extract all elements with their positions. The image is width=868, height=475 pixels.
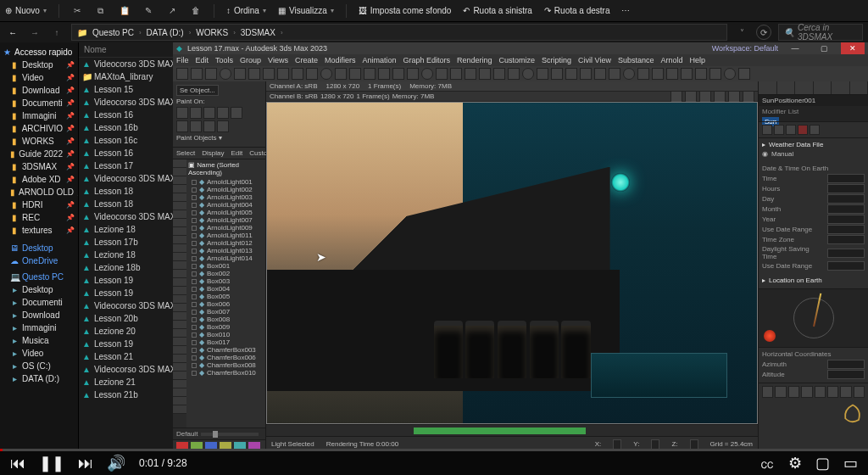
tree-icon[interactable] (173, 219, 186, 227)
scene-node[interactable]: ◆ArnoldLight002 (188, 186, 264, 193)
qa-item[interactable]: ▸DATA (D:) (0, 372, 78, 385)
qa-item[interactable]: ▮REC📌 (0, 211, 78, 224)
file-row[interactable]: ▲Videocorso 3DS MAX - 20 - ... (79, 363, 173, 376)
tree-icon[interactable] (173, 304, 186, 312)
qa-header[interactable]: ★Accesso rapido (0, 46, 78, 59)
toolbar-button[interactable] (320, 68, 332, 80)
toolbar-button[interactable] (594, 68, 606, 80)
window-max[interactable]: ▢ (812, 42, 836, 54)
scene-node[interactable]: ◆Box003 (188, 277, 264, 285)
toolbar-button[interactable] (465, 68, 476, 80)
menu-item[interactable]: Create (295, 56, 318, 64)
toolbar-button[interactable] (681, 68, 693, 80)
ribbon-rotate-left[interactable]: ↶ Ruota a sinistra (463, 6, 531, 15)
sun-compass[interactable] (759, 288, 868, 348)
scene-node[interactable]: ◆Box010 (188, 331, 264, 338)
file-row[interactable]: ▲Lezione 18b (79, 261, 173, 274)
file-row[interactable]: ▲Lesson 18 (79, 185, 173, 198)
render-viewport[interactable]: ➤ (266, 102, 758, 424)
qa-item[interactable]: ▮3DSMAX📌 (0, 160, 78, 173)
scene-node[interactable]: ◆ArnoldLight012 (188, 239, 264, 247)
tree-icon[interactable] (173, 346, 186, 355)
qa-item[interactable]: ▸Download (0, 309, 78, 321)
qa-item[interactable]: ▮Video📌 (0, 71, 78, 84)
toolbar-button[interactable] (537, 68, 548, 80)
nav-up[interactable]: ↑ (49, 25, 64, 40)
tree-icon[interactable] (173, 372, 186, 380)
tree-icon[interactable] (173, 380, 186, 388)
toolbar-button[interactable] (364, 68, 376, 80)
volume-button[interactable]: 🔊 (107, 454, 125, 472)
toolbar-button[interactable] (436, 68, 448, 80)
cut-icon[interactable]: ✂ (71, 5, 83, 17)
tree-icon[interactable] (173, 329, 186, 338)
toolbar-button[interactable] (205, 68, 217, 80)
param-field[interactable]: Daylight Saving Time (762, 245, 865, 260)
qa-item[interactable]: ▮Immagini📌 (0, 109, 78, 122)
menu-item[interactable]: Group (240, 56, 261, 64)
qa-item[interactable]: ▮Documenti📌 (0, 97, 78, 109)
tree-icon[interactable] (173, 270, 186, 278)
modifier-list[interactable]: Modifier List Sun (759, 106, 868, 121)
menu-item[interactable]: Tools (215, 56, 233, 64)
param-field[interactable]: Use Date Range (762, 225, 865, 234)
tree-icon[interactable] (173, 338, 186, 346)
viewport-nav-buttons[interactable] (759, 383, 868, 400)
ribbon-view[interactable]: ▦ Visualizza ▾ (278, 6, 334, 15)
menu-item[interactable]: Modifiers (325, 56, 356, 64)
scene-node[interactable]: ◆Box008 (188, 316, 264, 323)
tree-icon[interactable] (173, 185, 186, 193)
tree-icon[interactable] (173, 312, 186, 321)
scene-node[interactable]: ◆ChamferBox008 (188, 361, 264, 369)
toolbar-button[interactable] (234, 68, 246, 80)
toolbar-button[interactable] (263, 68, 275, 80)
file-row[interactable]: ▲Lezione 20 (79, 325, 173, 338)
ribbon-more[interactable]: ⋯ (621, 6, 630, 15)
tree-icon[interactable] (173, 321, 186, 329)
column-header-name[interactable]: Nome (79, 42, 173, 58)
delete-icon[interactable]: 🗑 (190, 5, 202, 17)
tree-icon[interactable] (173, 253, 186, 261)
toolbar-button[interactable] (695, 68, 707, 80)
toolbar-button[interactable] (248, 68, 260, 80)
menu-item[interactable]: Help (689, 56, 705, 64)
qa-item[interactable]: ▸Immagini (0, 321, 78, 334)
qa-item[interactable]: ▮textures📌 (0, 224, 78, 237)
search-box[interactable]: 🔍Cerca in 3DSMAX (778, 24, 863, 41)
theater-button[interactable]: ▭ (843, 454, 858, 472)
param-field[interactable]: Day (762, 194, 865, 204)
tree-icon[interactable] (173, 244, 186, 253)
time-slider[interactable] (266, 424, 758, 436)
toolbar-button[interactable] (220, 68, 231, 80)
menu-item[interactable]: Animation (362, 56, 396, 64)
file-row[interactable]: ▲Videocorso 3DS MAX - 17 - ... (79, 172, 173, 185)
file-row[interactable]: ▲Lesson 16b (79, 121, 173, 134)
menu-item[interactable]: Graph Editors (403, 56, 450, 64)
qa-item[interactable]: ▸OS (C:) (0, 360, 78, 372)
nav-back[interactable]: ← (5, 25, 20, 40)
toolbar-button[interactable] (709, 68, 721, 80)
param-field[interactable]: Time (762, 174, 865, 183)
tree-icon[interactable] (173, 210, 186, 219)
video-progress[interactable] (0, 449, 868, 451)
scene-node[interactable]: ◆ArnoldLight007 (188, 216, 264, 224)
toolbar-button[interactable] (565, 68, 577, 80)
tree-icon[interactable] (173, 227, 186, 236)
toolbar-button[interactable] (493, 68, 505, 80)
toolbar-button[interactable] (421, 68, 433, 80)
toolbar-button[interactable] (551, 68, 563, 80)
nav-forward[interactable]: → (27, 25, 42, 40)
file-row[interactable]: ▲Lesson 19 (79, 287, 173, 299)
tree-icon[interactable] (173, 176, 186, 185)
toolbar-button[interactable] (378, 68, 390, 80)
file-row[interactable]: ▲Lesson 16 (79, 147, 173, 159)
toolbar-button[interactable] (508, 68, 520, 80)
toolbar-button[interactable] (652, 68, 664, 80)
file-row[interactable]: ▲Lesson 17b (79, 236, 173, 249)
scene-node[interactable]: ◆Box006 (188, 300, 264, 308)
file-row[interactable]: ▲Lezione 21 (79, 376, 173, 388)
file-row[interactable]: ▲Lesson 17 (79, 159, 173, 172)
toolbar-button[interactable] (191, 68, 203, 80)
toolbar-button[interactable] (637, 68, 649, 80)
miniplayer-button[interactable]: ▢ (815, 454, 830, 472)
